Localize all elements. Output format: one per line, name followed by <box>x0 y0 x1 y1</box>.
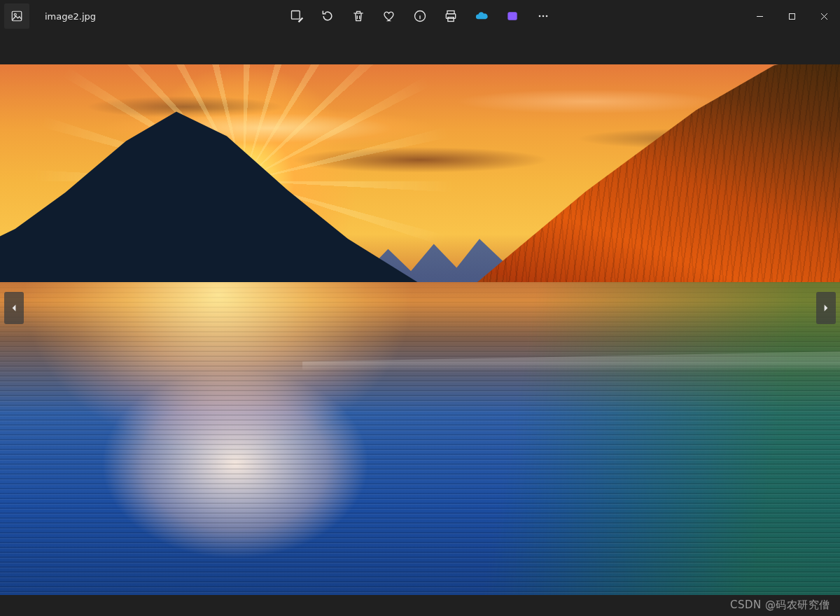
info-icon[interactable] <box>412 8 428 24</box>
svg-point-9 <box>539 15 541 18</box>
svg-point-10 <box>542 15 545 18</box>
trash-icon[interactable] <box>351 8 366 24</box>
svg-point-1 <box>14 13 16 15</box>
watermark-text: CSDN @码农研究僧 <box>730 598 830 612</box>
photo-canvas <box>0 64 840 595</box>
more-icon[interactable] <box>536 8 551 24</box>
svg-rect-0 <box>12 11 22 21</box>
app-photo-icon[interactable] <box>4 4 29 29</box>
prev-image-button[interactable] <box>4 292 24 324</box>
window-controls <box>743 4 840 28</box>
heart-icon[interactable] <box>382 8 397 24</box>
svg-rect-7 <box>448 18 454 22</box>
svg-rect-8 <box>507 12 517 20</box>
onedrive-icon[interactable] <box>474 8 489 24</box>
minimize-button[interactable] <box>743 4 776 28</box>
print-icon[interactable] <box>443 8 458 24</box>
svg-rect-2 <box>789 13 794 19</box>
clipchamp-icon[interactable] <box>505 8 520 24</box>
edit-icon[interactable] <box>289 8 304 24</box>
rotate-icon[interactable] <box>320 8 335 24</box>
next-image-button[interactable] <box>816 292 836 324</box>
close-button[interactable] <box>808 4 840 28</box>
maximize-button[interactable] <box>776 4 808 28</box>
svg-rect-3 <box>292 11 300 20</box>
image-viewport[interactable] <box>0 64 840 595</box>
svg-point-11 <box>546 15 548 18</box>
filename-label: image2.jpg <box>45 11 96 22</box>
